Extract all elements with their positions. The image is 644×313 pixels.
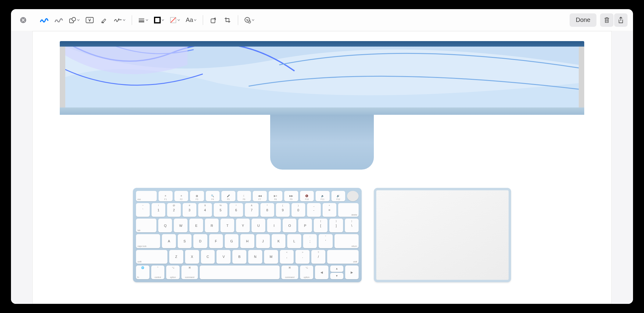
imac-image — [60, 41, 584, 170]
chevron-down-icon — [177, 19, 180, 22]
chevron-down-icon — [145, 19, 148, 22]
trackpad-image — [374, 188, 511, 282]
chevron-down-icon — [252, 19, 255, 22]
highlighter-tool-button[interactable] — [52, 13, 66, 27]
border-color-icon — [154, 17, 161, 23]
shape-style-button[interactable] — [136, 13, 151, 27]
close-icon — [20, 17, 27, 23]
highlight-selection-button[interactable] — [97, 13, 110, 27]
svg-rect-3 — [86, 17, 93, 23]
chevron-down-icon — [161, 19, 164, 22]
markup-toolbar: Aa Done — [11, 9, 633, 31]
rotate-icon — [210, 17, 217, 23]
line-weight-icon — [138, 18, 145, 23]
separator — [238, 15, 238, 25]
svg-point-2 — [72, 17, 76, 21]
image-canvas[interactable]: esc ☀F1 ☀F2 ▦F3 🔍F4 🎤F5 ☾F6 ◀◀F7 ▶IIF8 ▶… — [32, 31, 612, 304]
annotate-button[interactable] — [242, 13, 257, 27]
separator — [203, 15, 203, 25]
wallpaper-graphic — [65, 47, 579, 107]
text-box-icon — [86, 17, 94, 23]
text-style-label: Aa — [186, 16, 193, 23]
shapes-button[interactable] — [66, 13, 82, 27]
highlighter-pen-icon — [100, 17, 107, 23]
close-button[interactable] — [16, 13, 30, 27]
markup-window: Aa Done — [11, 9, 633, 304]
svg-rect-7 — [155, 17, 160, 23]
shapes-icon — [69, 17, 76, 23]
svg-rect-10 — [211, 19, 215, 23]
chevron-down-icon — [123, 19, 126, 22]
pen-scribble-icon — [40, 17, 49, 23]
share-button[interactable] — [614, 13, 628, 27]
fill-color-button[interactable] — [167, 13, 183, 27]
chevron-down-icon — [194, 19, 197, 22]
highlighter-scribble-icon — [54, 17, 63, 23]
chevron-down-icon — [77, 19, 80, 22]
separator — [132, 15, 132, 25]
text-style-button[interactable]: Aa — [183, 13, 199, 27]
sign-button[interactable] — [111, 13, 128, 27]
signature-icon — [113, 17, 122, 23]
done-button[interactable]: Done — [570, 13, 596, 27]
rotate-button[interactable] — [207, 13, 220, 27]
crop-button[interactable] — [221, 13, 234, 27]
share-icon — [618, 16, 624, 24]
trash-icon — [604, 17, 610, 23]
canvas-area: esc ☀F1 ☀F2 ▦F3 🔍F4 🎤F5 ☾F6 ◀◀F7 ▶IIF8 ▶… — [11, 31, 633, 304]
text-box-button[interactable] — [83, 13, 96, 27]
crop-icon — [224, 17, 231, 23]
keyboard-image: esc ☀F1 ☀F2 ▦F3 🔍F4 🎤F5 ☾F6 ◀◀F7 ▶IIF8 ▶… — [133, 188, 362, 282]
trash-button[interactable] — [600, 13, 614, 27]
border-color-button[interactable] — [152, 13, 167, 27]
touch-id-key — [347, 191, 359, 201]
image-description-icon — [244, 17, 251, 23]
svg-point-13 — [249, 21, 250, 22]
pen-tool-button[interactable] — [37, 13, 51, 27]
svg-point-12 — [248, 21, 251, 23]
fill-color-icon — [170, 17, 177, 23]
